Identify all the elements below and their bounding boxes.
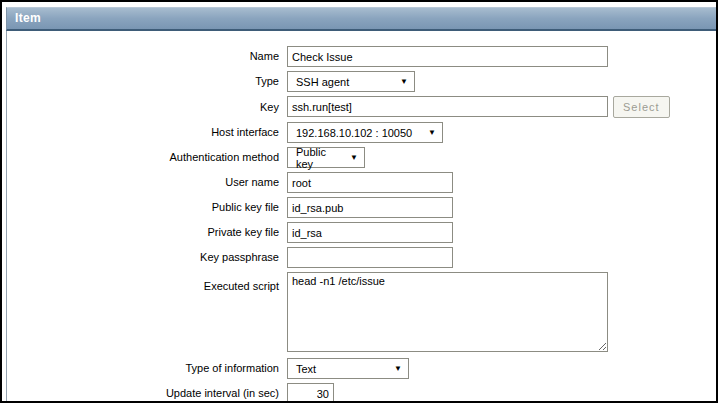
chevron-down-icon: ▼: [428, 129, 436, 137]
host-interface-select-value: 192.168.10.102 : 10050: [296, 127, 412, 139]
user-name-input[interactable]: [287, 172, 453, 193]
chevron-down-icon: ▼: [350, 154, 358, 162]
key-passphrase-input[interactable]: [287, 247, 453, 268]
authentication-method-label: Authentication method: [2, 147, 287, 168]
form-row-host-interface: Host interface 192.168.10.102 : 10050 ▼: [2, 122, 716, 143]
form-row-name: Name: [2, 46, 716, 67]
form-row-user-name: User name: [2, 172, 716, 193]
name-label: Name: [2, 46, 287, 67]
chevron-down-icon: ▼: [400, 78, 408, 86]
item-form: Name Type SSH agent ▼ Key Select Host in…: [2, 31, 716, 401]
type-label: Type: [2, 71, 287, 92]
host-interface-label: Host interface: [2, 122, 287, 143]
authentication-method-select-value: Public key: [296, 146, 342, 170]
user-name-label: User name: [2, 172, 287, 193]
type-select-value: SSH agent: [296, 76, 349, 88]
host-interface-select[interactable]: 192.168.10.102 : 10050 ▼: [287, 122, 443, 143]
name-input[interactable]: [287, 46, 608, 67]
key-select-button[interactable]: Select: [613, 96, 670, 118]
key-input[interactable]: [287, 96, 608, 117]
executed-script-textarea[interactable]: head -n1 /etc/issue: [287, 272, 608, 352]
form-row-key: Key Select: [2, 96, 716, 118]
window-title-bar: Item: [6, 7, 716, 31]
form-row-executed-script: Executed script head -n1 /etc/issue: [2, 272, 716, 352]
chevron-down-icon: ▼: [394, 365, 402, 373]
type-of-information-select[interactable]: Text ▼: [287, 358, 409, 379]
form-row-private-key-file: Private key file: [2, 222, 716, 243]
private-key-file-input[interactable]: [287, 222, 453, 243]
type-of-information-label: Type of information: [2, 358, 287, 379]
form-row-key-passphrase: Key passphrase: [2, 247, 716, 268]
form-row-update-interval: Update interval (in sec): [2, 383, 716, 403]
key-passphrase-label: Key passphrase: [2, 247, 287, 268]
item-form-window: Item Name Type SSH agent ▼ Key Select: [0, 0, 718, 403]
key-label: Key: [2, 97, 287, 118]
type-select[interactable]: SSH agent ▼: [287, 71, 415, 92]
authentication-method-select[interactable]: Public key ▼: [287, 147, 365, 168]
form-row-type-of-information: Type of information Text ▼: [2, 358, 716, 379]
form-row-type: Type SSH agent ▼: [2, 71, 716, 92]
executed-script-label: Executed script: [2, 272, 287, 297]
form-row-authentication-method: Authentication method Public key ▼: [2, 147, 716, 168]
public-key-file-input[interactable]: [287, 197, 453, 218]
public-key-file-label: Public key file: [2, 197, 287, 218]
update-interval-label: Update interval (in sec): [2, 383, 287, 403]
update-interval-input[interactable]: [287, 383, 334, 403]
type-of-information-select-value: Text: [296, 363, 316, 375]
window-title: Item: [15, 11, 41, 25]
private-key-file-label: Private key file: [2, 222, 287, 243]
form-row-public-key-file: Public key file: [2, 197, 716, 218]
